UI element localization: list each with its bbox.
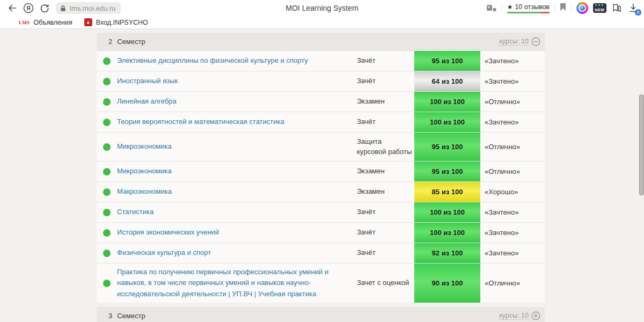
score-badge: 100 из 100 — [414, 92, 480, 112]
svg-text:Я: Я — [26, 5, 31, 11]
alice-assistant-icon[interactable] — [576, 2, 588, 14]
course-row: История экономических учений Зачёт 100 и… — [97, 222, 545, 243]
bookmark-flag-icon — [560, 3, 566, 11]
course-status-icon — [103, 78, 111, 85]
score-badge: 95 из 100 — [414, 162, 480, 181]
course-link[interactable]: Макроэкономика — [117, 187, 172, 195]
score-badge: 100 из 100 — [414, 223, 480, 243]
divider — [571, 4, 572, 12]
bookmark-item-inpsycho[interactable]: ▲ Вход.INPSYCHO — [84, 18, 148, 26]
grade-label: «Отлично» — [480, 167, 545, 175]
course-link[interactable]: Теория вероятностей и математическая ста… — [117, 118, 284, 126]
score-value: 64 из 100 — [432, 77, 463, 85]
semester-number: 2 — [108, 38, 112, 46]
score-badge: 95 из 100 — [414, 133, 480, 161]
course-link[interactable]: Физическая культура и спорт — [117, 248, 211, 257]
course-link[interactable]: Микроэкономика — [117, 142, 172, 150]
downloads-button[interactable]: 2 — [627, 2, 640, 14]
divider — [502, 4, 502, 12]
inpsycho-favicon: ▲ — [84, 18, 92, 26]
assessment-type: Зачёт — [357, 117, 414, 127]
video-new-icon[interactable]: NEW — [593, 3, 606, 13]
course-status-icon — [103, 280, 111, 287]
back-button[interactable] — [4, 1, 20, 15]
assessment-type: Экзамен — [357, 97, 414, 106]
course-status-icon — [103, 143, 111, 151]
assessment-type: Зачёт — [357, 248, 414, 258]
course-link[interactable]: Практика по получению первичных професси… — [117, 268, 328, 297]
course-link[interactable]: История экономических учений — [117, 228, 219, 236]
course-link[interactable]: Статистика — [117, 208, 153, 216]
refresh-button[interactable] — [36, 1, 53, 15]
toolbar-right: ★ 10 отзывов NEW 2 — [486, 2, 640, 14]
assessment-type: Экзамен — [357, 166, 414, 176]
rating-distribution-bar — [507, 12, 550, 13]
expand-icon[interactable] — [531, 311, 540, 320]
course-link[interactable]: Линейная алгебра — [117, 97, 177, 105]
assessment-type: Зачёт — [357, 76, 414, 86]
courses-count-link[interactable]: курсы: 10 — [499, 38, 529, 46]
course-status-icon — [103, 98, 111, 106]
score-badge: 92 из 100 — [414, 243, 480, 263]
course-row: Микроэкономика Защита курсовой работы 95… — [97, 132, 545, 161]
yandex-logo-icon: Я — [23, 2, 34, 14]
semester-3-header: 3 Семестр курсы: 10 — [97, 307, 545, 322]
refresh-icon — [39, 3, 50, 13]
grades-table: 2 Семестр курсы: 10 Элективные дисциплин… — [97, 29, 545, 322]
score-value: 100 из 100 — [430, 208, 465, 216]
course-status-icon — [103, 57, 111, 65]
score-badge: 85 из 100 — [414, 182, 480, 202]
assessment-type: Зачёт — [357, 228, 414, 237]
page-body: 2 Семестр курсы: 10 Элективные дисциплин… — [0, 29, 644, 322]
score-value: 85 из 100 — [432, 188, 463, 196]
score-value: 100 из 100 — [430, 98, 465, 106]
course-row: Линейная алгебра Экзамен 100 из 100 «Отл… — [97, 91, 545, 112]
course-status-icon — [103, 250, 111, 257]
score-value: 95 из 100 — [432, 143, 463, 151]
grade-label: «Зачтено» — [480, 118, 545, 126]
yandex-home-button[interactable]: Я — [20, 1, 36, 15]
course-link[interactable]: Микроэкономика — [117, 167, 172, 175]
site-rating-button[interactable]: ★ 10 отзывов — [507, 3, 550, 13]
assessment-type: Экзамен — [357, 187, 414, 196]
course-link[interactable]: Иностранный язык — [117, 77, 178, 85]
lock-icon — [59, 4, 67, 12]
semester-title: Семестр — [117, 38, 145, 46]
star-icon: ★ — [507, 3, 513, 11]
collapse-icon[interactable] — [531, 37, 540, 46]
bookmark-flag-button[interactable] — [560, 3, 566, 13]
page-tools-icon[interactable] — [486, 4, 497, 12]
score-badge: 100 из 100 — [414, 202, 480, 222]
assessment-type: Защита курсовой работы — [357, 137, 414, 156]
score-value: 95 из 100 — [432, 167, 463, 175]
grade-label: «Отлично» — [480, 279, 545, 287]
course-row: Статистика Зачёт 100 из 100 «Зачтено» — [97, 202, 545, 222]
bookmark-item-announcements[interactable]: LMS Объявления — [19, 19, 72, 26]
course-status-icon — [103, 209, 111, 216]
grade-label: «Хорошо» — [480, 188, 545, 196]
assessment-type: Зачёт — [357, 56, 414, 65]
score-value: 90 из 100 — [432, 279, 463, 287]
address-bar[interactable]: lms.moi.edu.ru — [56, 2, 121, 14]
browser-toolbar: Я lms.moi.edu.ru MOI Learning System ★ 1… — [0, 0, 644, 16]
course-status-icon — [103, 119, 111, 126]
semester-title: Семестр — [117, 312, 145, 320]
bookmarks-bar: LMS Объявления ▲ Вход.INPSYCHO — [0, 16, 644, 29]
score-value: 100 из 100 — [430, 118, 465, 126]
scrollbar-thumb[interactable] — [639, 94, 644, 195]
course-row: Теория вероятностей и математическая ста… — [97, 112, 545, 132]
course-status-icon — [103, 229, 111, 237]
assessment-type: Зачет с оценкой — [357, 278, 414, 288]
courses-count-link[interactable]: курсы: 10 — [499, 312, 529, 320]
course-status-icon — [103, 188, 111, 196]
grade-label: «Отлично» — [480, 143, 545, 151]
collections-icon[interactable] — [611, 3, 622, 13]
browser-chrome: Я lms.moi.edu.ru MOI Learning System ★ 1… — [0, 0, 644, 29]
grade-label: «Зачтено» — [480, 77, 545, 85]
grade-label: «Зачтено» — [480, 57, 545, 65]
course-link[interactable]: Элективные дисциплины по физической куль… — [117, 56, 308, 64]
back-icon — [7, 3, 18, 13]
score-badge: 95 из 100 — [414, 51, 480, 71]
course-row: Макроэкономика Экзамен 85 из 100 «Хорошо… — [97, 181, 545, 202]
course-row: Практика по получению первичных професси… — [97, 263, 545, 303]
